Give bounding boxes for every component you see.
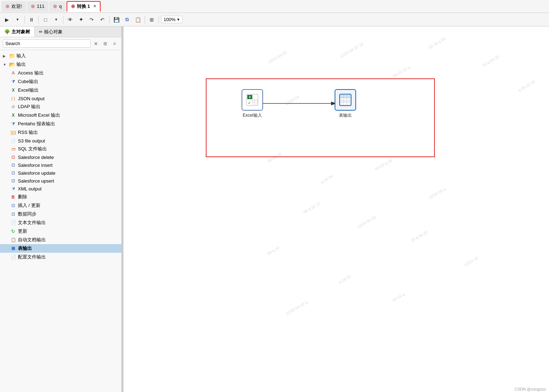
excel-input-node[interactable]: X ↙ Excel输入 [242,89,263,118]
excel-input-box[interactable]: X ↙ [242,89,263,111]
tree-sf-update[interactable]: ⊡ Salesforce update [0,169,121,177]
tree-insert-update[interactable]: ⊡ 插入 / 更新 [0,201,121,210]
data-sync-label: 数据同步 [18,211,37,217]
stop-dropdown[interactable]: ▼ [52,15,61,24]
search-list-button[interactable]: ≡ [111,40,118,48]
main-layout: 🌳 主对象树 ✏ 核心对象 ✕ ⊞ ≡ ▶ 📁 输入 [0,26,549,392]
save-all-button[interactable]: 📋 [133,15,142,24]
run-button[interactable]: ▶ [2,15,11,24]
tree-data-sync[interactable]: ⊡ 数据同步 [0,210,121,218]
tab-welcome-label: 欢迎! [11,3,22,10]
table-output-icon: ⊞ [10,246,16,251]
tree-table-output[interactable]: ⊞ 表输出 [0,244,121,253]
save-copy-button[interactable]: ⧉ [122,15,132,24]
tree-auto-doc-output[interactable]: 📋 自动文档输出 [0,236,121,244]
tab-111[interactable]: ❊ 111 [27,1,49,12]
delete-label: 删除 [18,194,27,200]
tree-output-folder[interactable]: ▼ 📂 输出 [0,60,121,69]
output-folder-icon: 📂 [9,62,15,67]
tab-q-icon: ❊ [53,4,57,9]
text-file-output-label: 文本文件输出 [18,219,46,226]
ms-excel-icon: X [10,112,16,118]
sf-upsert-icon: ⊡ [10,178,16,184]
rss-icon: )))) [10,130,16,135]
step-button[interactable]: ↷ [87,15,96,24]
canvas-area[interactable]: 12/24 04-22 12/24 04-22 16 04-22 16 q 22… [123,26,549,392]
svg-rect-12 [341,98,350,100]
tree-pentaho-report[interactable]: ⧩ Pentaho 报表输出 [0,120,121,128]
main-tree-tab-icon: 🌳 [4,29,10,34]
tree-config-file-output[interactable]: 📄 配置文件输出 [0,253,121,261]
search-expand-button[interactable]: ⊞ [101,40,109,48]
tab-q-label: q [59,4,62,9]
tab-111-label: 111 [37,4,45,9]
table-output-node[interactable]: 表输出 [335,89,356,118]
selection-box [206,78,435,157]
sql-icon: 🗃 [10,146,16,152]
table-output-label: 表输出 [18,245,32,252]
svg-rect-5 [252,99,257,104]
search-input[interactable] [3,39,91,48]
tree-input-folder[interactable]: ▶ 📁 输入 [0,52,121,60]
tree-ms-excel-output[interactable]: X Microsoft Excel 输出 [0,111,121,120]
tree-xml-output[interactable]: ⧩ XML output [0,185,121,193]
search-clear-button[interactable]: ✕ [92,40,100,48]
tree-text-file-output[interactable]: 📄 文本文件输出 [0,218,121,227]
main-tree-tab[interactable]: 🌳 主对象树 [0,26,35,37]
tree-cube-output[interactable]: ⧩ Cube输出 [0,77,121,86]
config-file-icon: 📄 [10,254,16,260]
tree-ldap-output[interactable]: ⊘ LDAP 输出 [0,102,121,111]
tree-rss-output[interactable]: )))) RSS 输出 [0,128,121,137]
sf-upsert-label: Salesforce upsert [18,178,54,184]
sf-update-label: Salesforce update [18,170,55,176]
tree-sf-delete[interactable]: ⊡ Salesforce delete [0,153,121,161]
tab-welcome[interactable]: ❊ 欢迎! [1,1,26,12]
access-icon: A [10,70,16,76]
layout-button[interactable]: ⊞ [147,15,156,24]
xml-icon: ⧩ [10,186,16,192]
clear-button[interactable]: ↶ [98,15,107,24]
tree-excel-output[interactable]: X Excel输出 [0,86,121,95]
debug-button[interactable]: ✦ [76,15,86,24]
excel-output-icon: X [10,87,16,93]
tree-sf-upsert[interactable]: ⊡ Salesforce upsert [0,177,121,185]
insert-update-label: 插入 / 更新 [18,202,40,209]
tab-transform1-close[interactable]: ✕ [93,4,96,9]
save-button[interactable]: 💾 [112,15,121,24]
tree-json-output[interactable]: { } JSON output [0,95,121,102]
tree-sf-insert[interactable]: ⊡ Salesforce insert [0,161,121,169]
tree-access-output[interactable]: A Access 输出 [0,69,121,77]
s3-output-label: S3 file output [18,138,45,144]
sep2 [38,16,39,24]
run-dropdown[interactable]: ▼ [13,15,22,24]
pause-button[interactable]: ⏸ [27,15,36,24]
svg-rect-14 [341,102,350,105]
cube-icon: ⧩ [10,79,16,84]
stop-button[interactable]: □ [41,15,50,24]
core-tree-tab[interactable]: ✏ 核心对象 [35,26,67,37]
sep1 [24,16,25,24]
sep5 [145,16,145,24]
rss-output-label: RSS 输出 [18,129,38,136]
sf-insert-icon: ⊡ [10,162,16,168]
input-folder-label: 输入 [16,53,26,59]
table-output-icon-node [339,93,352,106]
xml-output-label: XML output [18,186,42,192]
tab-welcome-icon: ❊ [5,4,10,9]
tab-transform1[interactable]: ❊ 转换 1 ✕ [67,1,101,12]
pentaho-icon: ⧩ [10,121,16,127]
left-panel-tabs: 🌳 主对象树 ✏ 核心对象 [0,26,121,37]
tab-transform1-label: 转换 1 [77,3,90,10]
tree-update[interactable]: ↻ 更新 [0,227,121,236]
tree-sql-output[interactable]: 🗃 SQL 文件输出 [0,145,121,153]
tab-q[interactable]: ❊ q [49,1,65,12]
access-output-label: Access 输出 [18,70,44,76]
sf-delete-icon: ⊡ [10,154,16,160]
json-output-label: JSON output [18,96,44,101]
zoom-selector[interactable]: 100% ▼ [161,16,183,23]
preview-button[interactable]: 👁 [65,15,75,24]
table-output-box[interactable] [335,89,356,111]
tree-delete[interactable]: 🗑 删除 [0,193,121,201]
tree-s3-output[interactable]: 📄 S3 file output [0,137,121,145]
sql-output-label: SQL 文件输出 [18,146,47,152]
